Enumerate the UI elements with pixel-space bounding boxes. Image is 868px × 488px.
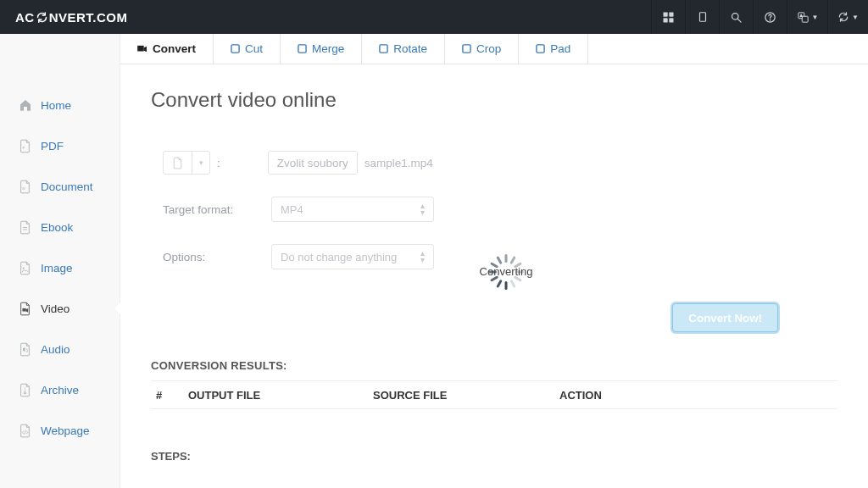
sidebar-item-label: Archive: [41, 384, 79, 396]
svg-point-8: [770, 19, 771, 20]
tab-rotate[interactable]: Rotate: [362, 34, 445, 64]
options-value: Do not change anything: [281, 251, 397, 263]
sidebar-item-webpage[interactable]: Webpage: [0, 410, 120, 451]
source-type-selector[interactable]: ▾: [163, 151, 210, 175]
svg-rect-21: [25, 391, 26, 393]
target-format-select[interactable]: MP4 ▴▾: [271, 197, 434, 222]
sidebar: Home P PDF W Document Ebook Image Video …: [0, 34, 120, 488]
help-icon[interactable]: [753, 0, 787, 34]
video-small-icon: [137, 45, 147, 53]
results-heading: CONVERSION RESULTS:: [151, 359, 837, 372]
sidebar-item-home[interactable]: Home: [0, 85, 120, 125]
sidebar-item-label: Webpage: [41, 424, 90, 437]
col-source: SOURCE FILE: [373, 389, 559, 402]
sidebar-item-label: Image: [41, 262, 73, 274]
options-select[interactable]: Do not change anything ▴▾: [271, 244, 434, 269]
convert-button-row: Convert Now!: [151, 303, 837, 332]
sidebar-item-archive[interactable]: Archive: [0, 369, 120, 410]
grid-icon[interactable]: [651, 0, 685, 34]
page-title: Convert video online: [151, 88, 837, 112]
target-format-value: MP4: [281, 203, 303, 216]
video-icon: [19, 302, 41, 316]
col-hash: #: [151, 389, 188, 402]
svg-point-16: [23, 267, 25, 269]
tab-label: Pad: [550, 42, 570, 55]
svg-rect-10: [802, 16, 808, 22]
results-table-header: # OUTPUT FILE SOURCE FILE ACTION: [151, 380, 837, 409]
svg-text:W: W: [22, 186, 25, 190]
sidebar-item-image[interactable]: Image: [0, 247, 120, 288]
search-icon[interactable]: [719, 0, 753, 34]
svg-rect-22: [137, 45, 144, 51]
language-icon[interactable]: A▼: [787, 0, 827, 34]
convert-button[interactable]: Convert Now!: [672, 303, 778, 332]
pdf-icon: P: [19, 139, 41, 153]
tablet-icon[interactable]: [685, 0, 719, 34]
topbar: AC NVERT.COM A▼ ▼: [0, 0, 868, 34]
sidebar-item-label: Document: [41, 180, 93, 193]
svg-rect-27: [537, 45, 544, 53]
square-icon: [298, 44, 307, 53]
webpage-icon: [19, 424, 41, 438]
updown-icon: ▴▾: [420, 250, 425, 263]
sidebar-item-audio[interactable]: Audio: [0, 329, 120, 369]
svg-text:A: A: [799, 13, 802, 17]
sidebar-item-pdf[interactable]: P PDF: [0, 125, 120, 166]
svg-rect-2: [664, 18, 667, 21]
square-icon: [536, 44, 545, 53]
file-input-row: ▾ : Zvolit soubory sample1.mp4: [151, 151, 837, 175]
sidebar-item-document[interactable]: W Document: [0, 166, 120, 207]
svg-rect-25: [380, 45, 387, 53]
brand-logo[interactable]: AC NVERT.COM: [15, 10, 128, 25]
content: Convert video online ▾ : Zvolit soubory …: [120, 64, 868, 463]
svg-rect-0: [664, 12, 667, 15]
svg-rect-4: [699, 13, 705, 22]
col-action: ACTION: [559, 389, 837, 402]
svg-text:P: P: [22, 145, 25, 149]
col-output: OUTPUT FILE: [188, 389, 373, 402]
square-icon: [462, 44, 471, 53]
target-format-row: Target format: MP4 ▴▾: [151, 197, 837, 222]
tabs: Convert Cut Merge Rotate Crop Pad: [120, 34, 868, 64]
home-icon: [19, 98, 41, 112]
sidebar-item-label: PDF: [41, 140, 64, 152]
tab-label: Merge: [312, 42, 344, 55]
selected-file-name: sample1.mp4: [364, 157, 433, 169]
document-icon: W: [19, 180, 41, 194]
svg-rect-1: [670, 12, 673, 15]
sidebar-item-label: Video: [41, 302, 70, 315]
sidebar-item-label: Ebook: [41, 221, 73, 234]
svg-point-5: [732, 13, 739, 19]
svg-rect-3: [670, 18, 673, 21]
brand-left: AC: [15, 10, 35, 25]
shell: Home P PDF W Document Ebook Image Video …: [0, 34, 868, 488]
square-icon: [379, 44, 388, 53]
updown-icon: ▴▾: [420, 202, 425, 216]
ebook-icon: [19, 220, 41, 235]
sidebar-item-label: Home: [41, 99, 71, 112]
choose-file-button[interactable]: Zvolit soubory: [268, 151, 358, 175]
svg-rect-23: [231, 45, 239, 53]
tab-cut[interactable]: Cut: [214, 34, 281, 64]
brand-right: NVERT.COM: [49, 10, 128, 25]
tab-label: Crop: [476, 42, 501, 55]
tab-label: Cut: [245, 42, 263, 55]
options-label: Options:: [163, 251, 271, 263]
chevron-down-icon: ▾: [192, 158, 209, 167]
tab-convert[interactable]: Convert: [120, 34, 214, 64]
steps-heading: STEPS:: [151, 450, 837, 463]
main: Convert Cut Merge Rotate Crop Pad: [120, 34, 868, 488]
image-icon: [19, 261, 41, 275]
sidebar-item-label: Audio: [41, 343, 70, 356]
choose-file-label: Zvolit soubory: [277, 157, 348, 169]
tab-pad[interactable]: Pad: [519, 34, 588, 64]
sidebar-item-ebook[interactable]: Ebook: [0, 207, 120, 247]
svg-rect-24: [298, 45, 306, 53]
tab-merge[interactable]: Merge: [281, 34, 362, 64]
topbar-actions: A▼ ▼: [651, 0, 868, 34]
tab-crop[interactable]: Crop: [445, 34, 519, 64]
file-icon: [164, 152, 192, 174]
colon: :: [217, 157, 220, 169]
reload-icon[interactable]: ▼: [827, 0, 868, 34]
sidebar-item-video[interactable]: Video: [0, 288, 120, 329]
